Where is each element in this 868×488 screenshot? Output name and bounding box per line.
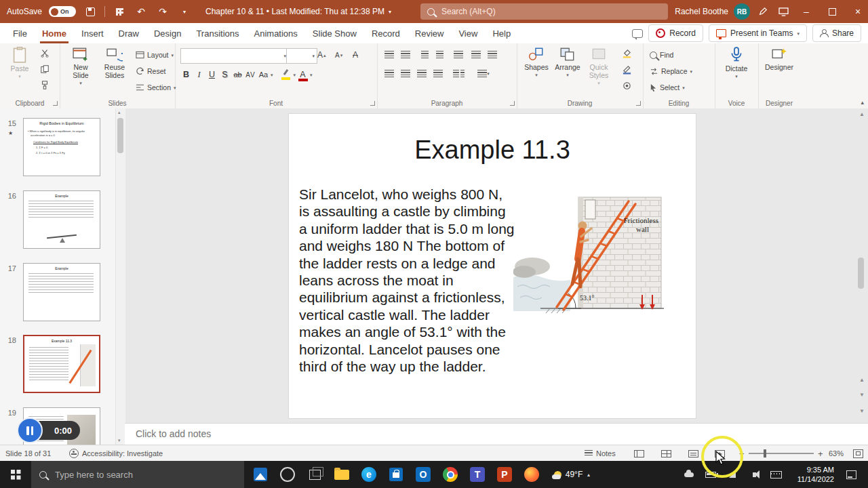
- highlight-color-button[interactable]: [280, 68, 292, 81]
- font-color-button[interactable]: A: [297, 68, 309, 81]
- tab-design[interactable]: Design: [146, 23, 189, 43]
- next-slide-button[interactable]: ▼: [858, 392, 866, 398]
- canvas-scroll-up-button[interactable]: ▲: [858, 111, 866, 117]
- notes-placeholder[interactable]: Click to add notes: [136, 423, 211, 445]
- tab-review[interactable]: Review: [408, 23, 452, 43]
- document-title-area[interactable]: Chapter 10 & 11 • Last Modified: Thu at …: [170, 0, 427, 23]
- present-in-teams-button[interactable]: Present in Teams▾: [709, 24, 807, 42]
- align-center-button[interactable]: [399, 66, 412, 80]
- quick-styles-button[interactable]: Quick Styles ▾: [583, 47, 614, 85]
- record-button[interactable]: Record: [648, 24, 703, 42]
- notes-toggle-button[interactable]: Notes: [585, 445, 616, 462]
- autosave-toggle[interactable]: On: [49, 6, 76, 17]
- new-slide-button[interactable]: New Slide ▾: [65, 47, 96, 85]
- taskbar-file-explorer[interactable]: [328, 461, 355, 488]
- indent-increase-button[interactable]: [433, 47, 446, 61]
- accessibility-checker[interactable]: Accessibility: Investigate: [69, 445, 163, 462]
- task-view-button[interactable]: [301, 461, 328, 488]
- shape-fill-button[interactable]: [620, 46, 633, 60]
- taskbar-edge[interactable]: e: [355, 461, 382, 488]
- tab-slide-show[interactable]: Slide Show: [305, 23, 364, 43]
- thumbnail-slide-17[interactable]: Example: [23, 263, 100, 321]
- comments-icon[interactable]: [632, 29, 643, 38]
- convert-smartart-button[interactable]: ▾: [472, 66, 495, 80]
- slide-sorter-view-button[interactable]: [661, 445, 671, 462]
- font-name-combobox[interactable]: ▾: [180, 48, 289, 64]
- tab-draw[interactable]: Draw: [111, 23, 146, 43]
- layout-button[interactable]: Layout▾: [136, 48, 174, 62]
- touch-mode-button[interactable]: [112, 3, 127, 20]
- minimize-button[interactable]: –: [796, 0, 816, 23]
- slide-body-textbox[interactable]: Sir Lancelot, who weighs 800 N, is assau…: [299, 186, 515, 375]
- thumbnail-slide-15[interactable]: Rigid Bodies in Equilibrium • When a rig…: [23, 118, 100, 176]
- justify-button[interactable]: [431, 66, 445, 80]
- collapse-ribbon-button[interactable]: ▴: [861, 99, 864, 106]
- zoom-slider-track[interactable]: [749, 453, 814, 454]
- text-shadow-button[interactable]: S: [219, 68, 231, 81]
- tab-transitions[interactable]: Transitions: [189, 23, 246, 43]
- scroll-up-icon[interactable]: ▴: [118, 110, 121, 115]
- drawing-dialog-launcher[interactable]: [636, 101, 641, 106]
- bullets-button[interactable]: [382, 47, 396, 61]
- tab-home[interactable]: Home: [35, 23, 74, 43]
- taskbar-chrome[interactable]: [437, 461, 464, 488]
- share-button[interactable]: Share: [812, 24, 861, 42]
- notes-pane[interactable]: [125, 423, 868, 445]
- redo-button[interactable]: ↷: [155, 3, 170, 20]
- taskbar-powerpoint[interactable]: P: [491, 461, 518, 488]
- clear-formatting-button[interactable]: A: [353, 48, 358, 62]
- hidden-icons-button[interactable]: ▴: [580, 461, 597, 488]
- taskbar-search[interactable]: [31, 461, 244, 488]
- align-left-button[interactable]: [382, 66, 396, 80]
- copy-button[interactable]: [38, 62, 52, 76]
- replace-button[interactable]: Replace▾: [650, 64, 692, 78]
- taskbar-teams[interactable]: T: [464, 461, 491, 488]
- slide-figure-image[interactable]: Frictionless wall 53.1°: [513, 195, 667, 314]
- previous-slide-button[interactable]: ▲: [858, 377, 866, 383]
- canvas-scroll-down-button[interactable]: ▼: [858, 408, 866, 414]
- display-settings-icon[interactable]: [776, 3, 791, 20]
- arrange-button[interactable]: Arrange ▾: [552, 47, 583, 77]
- zoom-slider[interactable]: [749, 445, 814, 462]
- taskbar-search-input[interactable]: [54, 469, 236, 481]
- tab-view[interactable]: View: [451, 23, 485, 43]
- change-case-button[interactable]: Aa: [258, 68, 269, 81]
- zoom-level-button[interactable]: 63%: [829, 445, 844, 462]
- thumbnail-slide-16[interactable]: Example: [23, 190, 100, 249]
- tab-record[interactable]: Record: [364, 23, 408, 43]
- taskbar-store[interactable]: [382, 461, 410, 488]
- taskbar-photos-app[interactable]: [247, 461, 274, 488]
- font-dialog-launcher[interactable]: [370, 101, 375, 106]
- taskbar-firefox[interactable]: [518, 461, 545, 488]
- taskbar-outlook[interactable]: O: [410, 461, 437, 488]
- tab-file[interactable]: File: [5, 23, 35, 43]
- recording-pause-button[interactable]: [17, 418, 43, 443]
- clipboard-dialog-launcher[interactable]: [53, 101, 58, 106]
- slide-title-textbox[interactable]: Example 11.3: [288, 136, 696, 165]
- character-spacing-button[interactable]: AV: [245, 68, 256, 81]
- reading-view-button[interactable]: [688, 445, 698, 462]
- canvas-scrollbar-thumb[interactable]: [858, 258, 864, 289]
- panel-scrollbar-thumb[interactable]: [117, 118, 123, 153]
- underline-button[interactable]: U: [206, 68, 218, 81]
- italic-button[interactable]: I: [193, 68, 205, 81]
- shape-effects-button[interactable]: [620, 79, 633, 92]
- strikethrough-button[interactable]: ab: [232, 68, 243, 81]
- close-button[interactable]: ×: [848, 0, 868, 23]
- normal-view-button[interactable]: [634, 445, 644, 462]
- thumbnail-slide-18[interactable]: Example 11.3: [23, 335, 100, 393]
- panel-scrollbar[interactable]: ▴ ▾: [115, 108, 125, 445]
- tray-onedrive[interactable]: [678, 461, 700, 488]
- find-button[interactable]: Find: [650, 48, 673, 62]
- indent-decrease-button[interactable]: [418, 47, 431, 61]
- line-spacing-button[interactable]: [452, 47, 465, 61]
- section-button[interactable]: Section▾: [136, 81, 176, 94]
- tray-volume[interactable]: [743, 461, 765, 488]
- user-name[interactable]: Rachel Boothe: [675, 7, 728, 16]
- avatar[interactable]: RB: [734, 3, 750, 20]
- undo-button[interactable]: ↶: [134, 3, 149, 20]
- search-input[interactable]: [440, 6, 661, 17]
- action-center-button[interactable]: [840, 461, 863, 488]
- tab-animations[interactable]: Animations: [247, 23, 305, 43]
- taskbar-clock[interactable]: 9:35 AM 11/14/2022: [787, 461, 834, 488]
